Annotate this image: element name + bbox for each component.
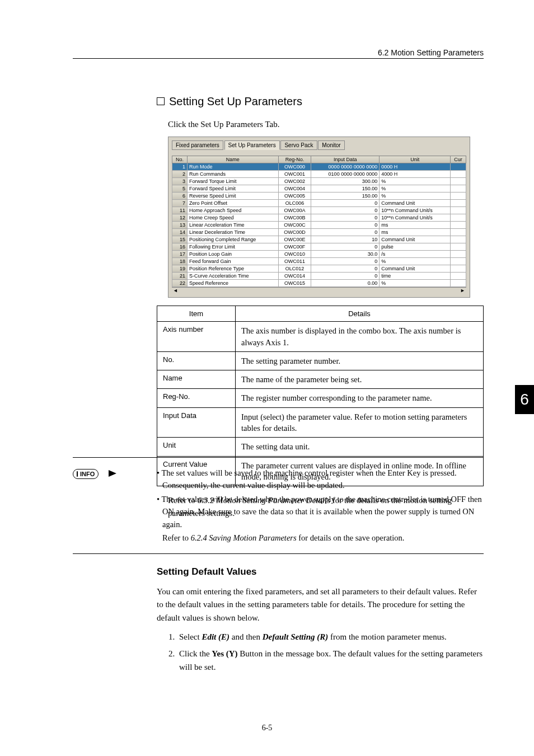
- desc-key: Axis number: [157, 322, 236, 352]
- tab-setup-parameters[interactable]: Set Up Parameters: [224, 140, 280, 150]
- cell-name: Home Creep Speed: [188, 214, 279, 222]
- cell-name: Home Approach Speed: [188, 207, 279, 214]
- step-2: Click the Yes (Y) Button in the message …: [177, 647, 484, 674]
- cell-unit: Command Unit: [380, 200, 451, 207]
- cell-no: 15: [172, 236, 188, 243]
- desc-value: The setting parameter number.: [236, 351, 484, 370]
- table-row[interactable]: 1Run ModeOWC0000000 0000 0000 00000000 H: [172, 163, 466, 171]
- table-row[interactable]: 15Positioning Completed RangeOWC00E10Com…: [172, 236, 466, 243]
- tab-servo-pack[interactable]: Servo Pack: [280, 140, 317, 150]
- table-row[interactable]: 11Home Approach SpeedOWC00A010**n Comman…: [172, 207, 466, 214]
- cell-cur: [451, 192, 466, 200]
- cell-data: 0000 0000 0000 0000: [311, 163, 380, 171]
- cell-data: 30.0: [311, 251, 380, 258]
- cell-reg: OWC00B: [278, 214, 311, 222]
- cell-reg: OWC010: [278, 251, 311, 258]
- cell-name: Forward Speed Limit: [188, 185, 279, 192]
- cell-unit: Command Unit: [380, 265, 451, 273]
- cell-reg: OWC011: [278, 258, 311, 265]
- cell-no: 6: [172, 192, 188, 200]
- cell-cur: [451, 229, 466, 236]
- cell-data: 0: [311, 243, 380, 251]
- cell-data: 0: [311, 207, 380, 214]
- table-row[interactable]: 12Home Creep SpeedOWC00B010**n Command U…: [172, 214, 466, 222]
- cell-unit: 0000 H: [380, 163, 451, 171]
- table-row[interactable]: 5Forward Speed LimitOWC004150.00%: [172, 185, 466, 192]
- cell-unit: %: [380, 280, 451, 287]
- cell-reg: OWC002: [278, 178, 311, 185]
- cell-cur: [451, 251, 466, 258]
- parameter-grid[interactable]: No.NameReg-No.Input DataUnitCur 1Run Mod…: [172, 156, 466, 287]
- table-row[interactable]: 18Feed forward GainOWC0110%: [172, 258, 466, 265]
- cell-unit: ms: [380, 222, 451, 229]
- table-row[interactable]: 16Following Error LimitOWC00F0pulse: [172, 243, 466, 251]
- table-row[interactable]: 19Position Reference TypeOLC0120Command …: [172, 265, 466, 273]
- section-heading-text: Setting Set Up Parameters: [169, 95, 302, 107]
- horizontal-scrollbar[interactable]: ◄►: [172, 287, 466, 294]
- desc-row: Input DataInput (select) the parameter v…: [157, 407, 484, 438]
- cell-unit: %: [380, 178, 451, 185]
- desc-value: The axis number is displayed in the comb…: [236, 322, 484, 352]
- cell-no: 17: [172, 251, 188, 258]
- info-block: INFO • The set values will be saved to t…: [73, 457, 484, 554]
- intro-text: Click the Set Up Parameters Tab.: [168, 118, 484, 131]
- cell-unit: /s: [380, 251, 451, 258]
- cell-no: 3: [172, 178, 188, 185]
- cell-unit: Command Unit: [380, 236, 451, 243]
- table-row[interactable]: 14Linear Deceleration TimeOWC00D0ms: [172, 229, 466, 236]
- defaults-paragraph: You can omit entering the fixed paramete…: [157, 585, 484, 624]
- cell-data: 10: [311, 236, 380, 243]
- tab-fixed-parameters[interactable]: Fixed parameters: [172, 140, 223, 150]
- cell-no: 22: [172, 280, 188, 287]
- desc-row: UnitThe setting data unit.: [157, 438, 484, 456]
- cell-reg: OWC004: [278, 185, 311, 192]
- cell-data: 0.00: [311, 280, 380, 287]
- cell-reg: OWC00A: [278, 207, 311, 214]
- cell-name: Zero Point Offset: [188, 200, 279, 207]
- table-row[interactable]: 21S-Curve Acceleration TimeOWC0140time: [172, 273, 466, 280]
- table-row[interactable]: 7Zero Point OffsetOLC0060Command Unit: [172, 200, 466, 207]
- section-heading-setup: Setting Set Up Parameters: [157, 95, 484, 108]
- cell-cur: [451, 280, 466, 287]
- cell-data: 0: [311, 229, 380, 236]
- table-row[interactable]: 17Position Loop GainOWC01030.0/s: [172, 251, 466, 258]
- tab-monitor[interactable]: Monitor: [318, 140, 344, 150]
- cell-name: Run Commands: [188, 171, 279, 178]
- cell-cur: [451, 265, 466, 273]
- desc-row: Reg-No.The register number corresponding…: [157, 389, 484, 407]
- cell-no: 18: [172, 258, 188, 265]
- chapter-side-tab: 6: [515, 385, 534, 414]
- cell-cur: [451, 178, 466, 185]
- cell-unit: ms: [380, 229, 451, 236]
- grid-header: Unit: [380, 156, 451, 163]
- cell-no: 11: [172, 207, 188, 214]
- cell-data: 0: [311, 265, 380, 273]
- desc-key: Input Data: [157, 407, 236, 438]
- step1-pre: Select: [179, 632, 202, 641]
- cell-unit: %: [380, 185, 451, 192]
- cell-name: Positioning Completed Range: [188, 236, 279, 243]
- table-row[interactable]: 3Forward Torque LimitOWC002300.00%: [172, 178, 466, 185]
- step1-mid: and then: [229, 632, 263, 641]
- cell-name: Feed forward Gain: [188, 258, 279, 265]
- table-row[interactable]: 6Reverse Speed LimitOWC005150.00%: [172, 192, 466, 200]
- cell-no: 12: [172, 214, 188, 222]
- cell-name: Linear Acceleration Time: [188, 222, 279, 229]
- desc-row: No.The setting parameter number.: [157, 351, 484, 370]
- cell-name: Position Loop Gain: [188, 251, 279, 258]
- header-rule: [73, 58, 484, 59]
- cell-cur: [451, 236, 466, 243]
- table-row[interactable]: 13Linear Acceleration TimeOWC00C0ms: [172, 222, 466, 229]
- cell-data: 0: [311, 200, 380, 207]
- cell-no: 19: [172, 265, 188, 273]
- grid-header: Cur: [451, 156, 466, 163]
- table-row[interactable]: 22Speed ReferenceOWC0150.00%: [172, 280, 466, 287]
- cell-no: 16: [172, 243, 188, 251]
- cell-reg: OWC00D: [278, 229, 311, 236]
- cell-data: 0100 0000 0000 0000: [311, 171, 380, 178]
- table-row[interactable]: 2Run CommandsOWC0010100 0000 0000 000040…: [172, 171, 466, 178]
- cell-reg: OWC00E: [278, 236, 311, 243]
- desc-key: No.: [157, 351, 236, 370]
- desc-value: Input (select) the parameter value. Refe…: [236, 407, 484, 438]
- cell-no: 13: [172, 222, 188, 229]
